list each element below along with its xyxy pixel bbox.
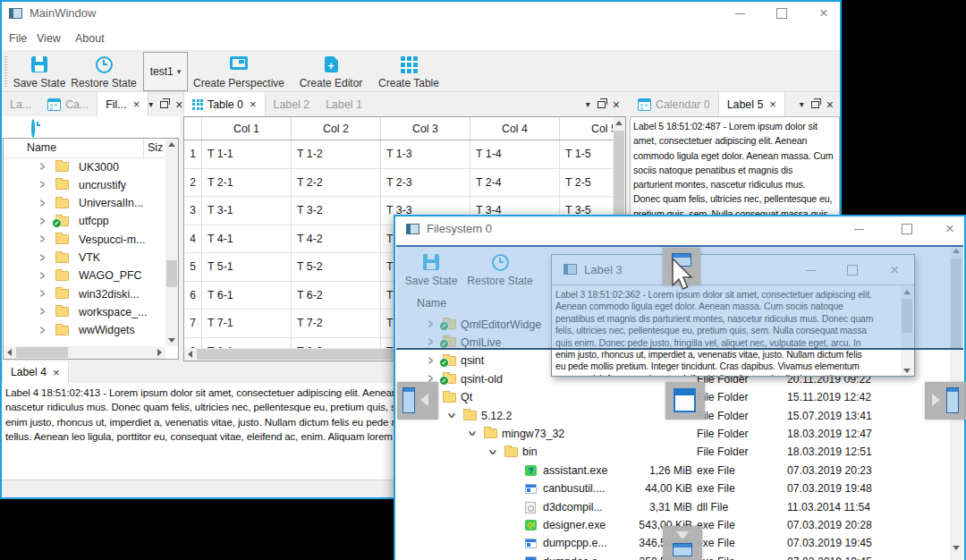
column-header[interactable]: Col 5 [560, 117, 613, 140]
menu-view[interactable]: View [37, 32, 61, 45]
row-number[interactable]: 8 [184, 338, 202, 349]
tree-item[interactable]: >mingw73_32File Folder18.03.2019 12:47 [395, 425, 948, 443]
expand-chevron-icon[interactable]: > [40, 214, 45, 228]
tab-label1[interactable]: Label 1 [318, 92, 370, 116]
table-cell[interactable]: T 1-2 [292, 140, 381, 169]
expand-chevron-icon[interactable]: > [464, 431, 479, 436]
tree-item[interactable]: >binFile Folder18.03.2019 12:51 [395, 444, 948, 462]
tab-list-icon[interactable]: ▾ [800, 99, 804, 109]
maximize-button[interactable] [767, 0, 797, 27]
menu-file[interactable]: File [9, 32, 27, 45]
close-button[interactable]: × [936, 216, 963, 242]
horizontal-scrollbar[interactable] [4, 346, 165, 359]
tab-layout[interactable]: La... [2, 92, 39, 116]
column-header[interactable]: Col 1 [202, 117, 292, 140]
table-cell[interactable]: T 4-2 [292, 225, 381, 254]
tree-item[interactable]: >WAGO_PFC [4, 267, 165, 285]
dock-indicator-center[interactable] [665, 382, 705, 420]
close-icon[interactable]: × [826, 98, 834, 112]
dock-indicator-left[interactable] [397, 382, 438, 420]
table-cell[interactable]: T 6-2 [292, 282, 381, 310]
tree-item[interactable]: >workspace_... [4, 303, 165, 321]
tab-list-icon[interactable]: ▾ [586, 99, 590, 109]
create-editor-button[interactable]: Create Editor [295, 54, 367, 90]
maximize-button[interactable] [892, 216, 922, 242]
expand-chevron-icon[interactable]: > [40, 305, 45, 319]
expand-chevron-icon[interactable]: > [40, 178, 45, 192]
expand-chevron-icon[interactable]: > [485, 450, 499, 454]
tree-item[interactable]: >wwWidgets [4, 322, 165, 340]
table-cell[interactable]: T 5-1 [202, 253, 292, 282]
table-cell[interactable]: T 2-3 [381, 169, 470, 198]
tree-item[interactable]: ?assistant.exe1,26 MiBexe File07.03.2019… [395, 462, 948, 479]
table-cell[interactable]: T 8-2 [292, 338, 381, 349]
tab-close-icon[interactable]: × [250, 98, 257, 111]
create-table-button[interactable]: Create Table [374, 54, 444, 90]
row-number[interactable]: 6 [184, 282, 202, 310]
title-bar[interactable]: MainWindow × [0, 0, 842, 27]
minimize-button[interactable] [724, 0, 755, 27]
table-cell[interactable]: T 5-2 [292, 253, 381, 282]
table-cell[interactable]: T 2-4 [470, 169, 560, 198]
dock-indicator-right[interactable] [925, 382, 966, 420]
table-cell[interactable]: T 1-5 [560, 140, 613, 169]
tab-filesystem[interactable]: Fil...× [97, 92, 148, 116]
expand-chevron-icon[interactable]: > [40, 286, 45, 301]
table-cell[interactable]: T 8-1 [202, 338, 292, 349]
create-perspective-button[interactable]: Create Perspective [194, 54, 284, 90]
restore-icon[interactable] [31, 119, 35, 138]
tab-label2[interactable]: Label 2 [266, 92, 318, 116]
table-cell[interactable]: T 3-2 [292, 197, 381, 225]
tree-item[interactable]: >UniversalIn... [4, 195, 165, 213]
scrollbar-thumb[interactable] [166, 260, 177, 287]
column-header[interactable]: Col 2 [292, 117, 381, 140]
expand-chevron-icon[interactable]: > [428, 353, 433, 368]
tab-calendar0[interactable]: Calendar 0 [630, 92, 718, 116]
table-cell[interactable]: T 6-1 [202, 282, 292, 310]
minimize-button[interactable] [843, 216, 874, 242]
tab-close-icon[interactable]: × [53, 366, 60, 379]
title-bar[interactable]: Filesystem 0 × [394, 215, 966, 243]
tab-label4[interactable]: Label 4× [2, 361, 69, 383]
table-cell[interactable]: T 2-5 [560, 169, 613, 198]
expand-chevron-icon[interactable]: > [40, 323, 45, 337]
table-cell[interactable]: T 3-1 [202, 197, 292, 225]
table-cell[interactable]: T 1-3 [381, 140, 470, 169]
tree-item[interactable]: d3dcompil...3,31 MiBdll File11.03.2014 1… [395, 498, 948, 516]
table-cell[interactable]: T 4-1 [202, 225, 292, 254]
row-number[interactable]: 2 [184, 169, 202, 198]
expand-chevron-icon[interactable]: > [444, 413, 458, 418]
close-icon[interactable]: × [175, 98, 182, 112]
tree-item[interactable]: >UK3000 [4, 158, 165, 176]
tree-item[interactable]: >VTK [4, 250, 165, 267]
tree-item[interactable]: >win32diski... [4, 285, 165, 303]
tab-close-icon[interactable]: × [133, 98, 140, 111]
table-cell[interactable]: T 2-1 [202, 169, 292, 198]
scrollbar-thumb[interactable] [16, 347, 68, 358]
tab-close-icon[interactable]: × [769, 98, 776, 111]
tree-item[interactable]: canbusutil....44,00 KiBexe File07.03.201… [395, 480, 948, 498]
dock-indicator-bottom[interactable] [663, 526, 702, 560]
row-number[interactable]: 3 [184, 197, 202, 225]
expand-chevron-icon[interactable]: > [40, 233, 45, 247]
close-button[interactable]: × [809, 0, 839, 27]
expand-chevron-icon[interactable]: > [40, 196, 45, 210]
table-cell[interactable]: T 7-1 [202, 310, 292, 338]
tab-label5[interactable]: Label 5× [718, 92, 785, 116]
expand-chevron-icon[interactable]: > [40, 268, 45, 283]
vertical-scrollbar[interactable] [165, 139, 178, 346]
tab-list-icon[interactable]: ▾ [148, 99, 153, 109]
column-header-name[interactable]: Name [27, 141, 56, 154]
column-header-size[interactable]: Siz [148, 141, 163, 154]
row-number[interactable]: 5 [184, 253, 202, 282]
tree-item[interactable]: >Vespucci-m... [4, 231, 165, 249]
table-cell[interactable]: T 1-1 [202, 140, 292, 169]
table-cell[interactable]: T 1-4 [470, 140, 560, 169]
restore-state-button[interactable]: Restore State [70, 54, 138, 90]
column-header[interactable]: Col 3 [381, 117, 470, 140]
column-header[interactable]: Col 4 [470, 117, 560, 140]
tree-item[interactable]: >✓utfcpp [4, 213, 165, 231]
menu-about[interactable]: About [75, 32, 105, 45]
row-number[interactable]: 1 [184, 140, 202, 169]
table-cell[interactable]: T 7-2 [292, 310, 381, 338]
